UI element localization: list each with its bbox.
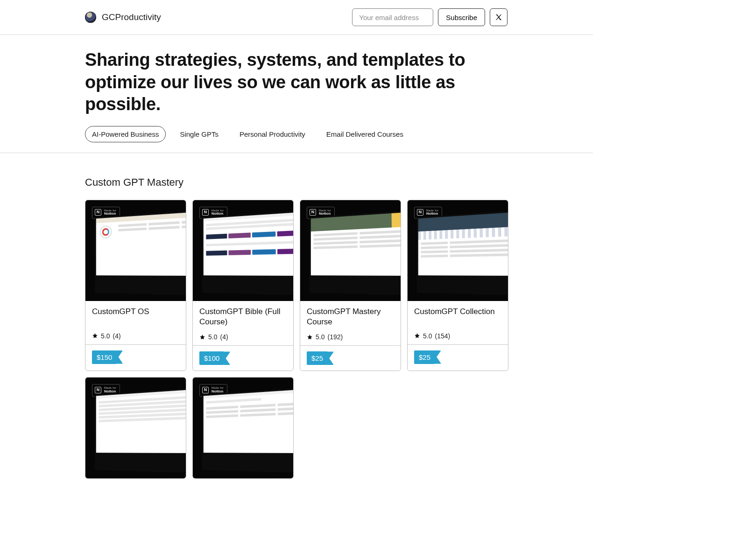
product-card[interactable]: Made forNotionCustomGPT Bible (Full Cour…	[192, 200, 294, 371]
product-rating: 5.0(4)	[199, 333, 287, 341]
price-badge: $25	[414, 350, 435, 364]
avatar	[85, 12, 96, 23]
product-rating: 5.0(154)	[414, 332, 501, 340]
rating-value: 5.0	[208, 333, 217, 341]
star-icon	[414, 333, 420, 339]
category-tabs: AI-Powered BusinessSingle GPTsPersonal P…	[85, 126, 507, 142]
x-social-button[interactable]	[490, 8, 507, 26]
product-rating: 5.0(192)	[307, 333, 394, 341]
tab-single-gpts[interactable]: Single GPTs	[173, 126, 226, 142]
product-card[interactable]: Made forNotion	[85, 377, 186, 479]
rating-count: (154)	[435, 332, 450, 340]
product-thumbnail: Made forNotion	[193, 200, 293, 301]
product-thumbnail: Made forNotion	[85, 378, 186, 478]
rating-value: 5.0	[101, 332, 110, 340]
product-card[interactable]: Made forNotion	[192, 377, 294, 479]
price-badge: $100	[199, 351, 224, 365]
product-title: CustomGPT Mastery Course	[307, 307, 394, 328]
product-thumbnail: Made forNotion	[300, 200, 401, 301]
rating-value: 5.0	[423, 332, 432, 340]
hero-title: Sharing strategies, systems, and templat…	[85, 49, 507, 116]
product-title: CustomGPT Collection	[414, 307, 501, 317]
price-badge: $150	[92, 350, 117, 364]
product-thumbnail: Made forNotion	[408, 200, 508, 301]
tab-personal-productivity[interactable]: Personal Productivity	[233, 126, 312, 142]
section-title: Custom GPT Mastery	[85, 176, 507, 189]
product-title: CustomGPT OS	[92, 307, 179, 317]
tab-ai-powered-business[interactable]: AI-Powered Business	[85, 126, 166, 142]
product-rating: 5.0(4)	[92, 332, 179, 340]
product-title: CustomGPT Bible (Full Course)	[199, 307, 287, 328]
email-field[interactable]	[352, 8, 433, 26]
product-thumbnail: Made forNotion	[193, 378, 293, 478]
rating-value: 5.0	[316, 333, 324, 341]
product-card[interactable]: Made forNotionCustomGPT Collection5.0(15…	[407, 200, 508, 371]
product-grid: Made forNotionCustomGPT OS5.0(4)$150Made…	[85, 200, 507, 479]
product-card[interactable]: Made forNotionCustomGPT OS5.0(4)$150	[85, 200, 186, 371]
star-icon	[92, 333, 98, 339]
rating-count: (192)	[327, 333, 343, 341]
site-header: GCProductivity Subscribe	[0, 0, 593, 35]
rating-count: (4)	[113, 332, 120, 340]
product-card[interactable]: Made forNotionCustomGPT Mastery Course5.…	[300, 200, 401, 371]
hero: Sharing strategies, systems, and templat…	[0, 35, 593, 153]
products-section: Custom GPT Mastery Made forNotionCustomG…	[0, 153, 593, 498]
star-icon	[307, 334, 313, 340]
x-icon	[495, 14, 502, 21]
brand[interactable]: GCProductivity	[85, 12, 161, 23]
star-icon	[199, 334, 205, 340]
subscribe-button[interactable]: Subscribe	[438, 8, 485, 26]
product-thumbnail: Made forNotion	[85, 200, 186, 301]
rating-count: (4)	[220, 333, 228, 341]
tab-email-delivered-courses[interactable]: Email Delivered Courses	[319, 126, 410, 142]
price-badge: $25	[307, 351, 328, 365]
brand-name: GCProductivity	[102, 12, 161, 22]
